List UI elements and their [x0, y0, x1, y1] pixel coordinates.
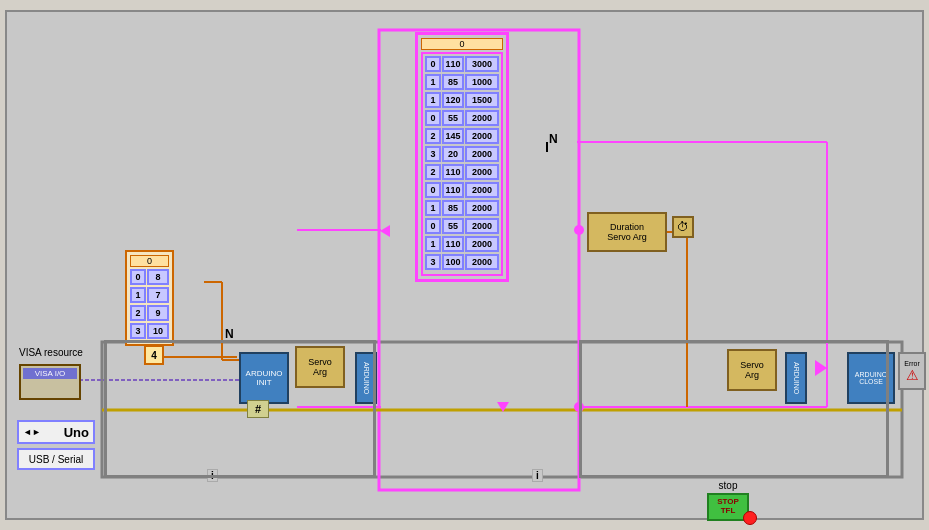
- hash-block: #: [247, 400, 269, 418]
- visa-inner-text: VISA I/O: [35, 369, 66, 378]
- center-row-1: 1851000: [425, 74, 499, 90]
- left-array-row-3: 310: [130, 323, 169, 339]
- error-block: Error ⚠: [898, 352, 926, 390]
- timer-icon: ⏱: [672, 216, 694, 238]
- servo-arg-right-line2: Arg: [745, 370, 759, 380]
- svg-point-14: [574, 225, 584, 235]
- duration-servo-label: Servo Arg: [607, 232, 647, 242]
- servo-arg-right-block: Servo Arg: [727, 349, 777, 391]
- center-row-10: 11102000: [425, 236, 499, 252]
- usb-serial-label[interactable]: USB / Serial: [17, 448, 95, 470]
- left-array-row-2: 29: [130, 305, 169, 321]
- arduino-init-block: ARDUINO INIT: [239, 352, 289, 404]
- left-constant-4: 4: [144, 345, 164, 365]
- loop-i-label-center: i: [532, 469, 543, 482]
- center-row-8: 1852000: [425, 200, 499, 216]
- center-array-outer: 0 01103000 1851000 11201500 0552000 2145…: [415, 32, 509, 282]
- right-triangle-connector: [815, 360, 827, 376]
- loop-i-label-left: i: [207, 469, 218, 482]
- center-row-0: 01103000: [425, 56, 499, 72]
- arduino-right-servo-block: ARDUINO: [785, 352, 807, 404]
- usb-serial-text: USB / Serial: [29, 454, 83, 465]
- center-row-3: 0552000: [425, 110, 499, 126]
- servo-arg-right-line1: Servo: [740, 360, 764, 370]
- servo-arg-left-line2: Arg: [313, 367, 327, 377]
- visa-block: VISA I/O: [19, 364, 81, 400]
- uno-label[interactable]: ◄► Uno: [17, 420, 95, 444]
- left-array-row-1: 17: [130, 287, 169, 303]
- n-label-center: N: [549, 132, 558, 146]
- uno-arrow-icon: ◄►: [23, 427, 41, 437]
- servo-arg-left-line1: Servo: [308, 357, 332, 367]
- left-array-row-0: 08: [130, 269, 169, 285]
- left-array-block: 0 08 17 29 310: [125, 250, 174, 346]
- center-array-bottom-connector: [497, 402, 509, 412]
- arduino-init-label: ARDUINO: [246, 369, 283, 378]
- arduino-close-block: ARDUINO CLOSE: [847, 352, 895, 404]
- duration-servo-block: Duration Servo Arg: [587, 212, 667, 252]
- center-row-2: 11201500: [425, 92, 499, 108]
- center-row-9: 0552000: [425, 218, 499, 234]
- center-row-7: 01102000: [425, 182, 499, 198]
- stop-block: stop STOP TFL: [707, 480, 749, 521]
- center-row-11: 31002000: [425, 254, 499, 270]
- svg-point-15: [574, 402, 584, 412]
- stop-label: stop: [707, 480, 749, 491]
- visa-resource-label: VISA resource: [19, 347, 83, 358]
- duration-label: Duration: [610, 222, 644, 232]
- left-array-connector: [380, 225, 390, 237]
- center-row-6: 21102000: [425, 164, 499, 180]
- n-label-left: N: [225, 327, 234, 341]
- servo-arg-left-block: Servo Arg: [295, 346, 345, 388]
- main-canvas: VISA resource VISA I/O ◄► Uno USB / Seri…: [5, 10, 924, 520]
- center-row-4: 21452000: [425, 128, 499, 144]
- arduino-left-servo-block: ARDUINO: [355, 352, 377, 404]
- center-row-5: 3202000: [425, 146, 499, 162]
- arduino-init-sublabel: INIT: [256, 378, 271, 387]
- stop-indicator: [743, 511, 757, 525]
- uno-text: Uno: [64, 425, 89, 440]
